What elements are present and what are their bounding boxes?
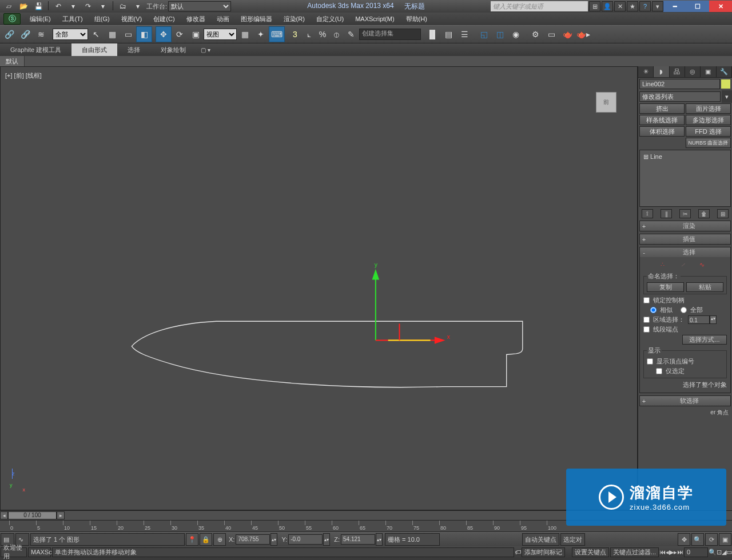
absolute-mode-icon[interactable]: ⊕	[213, 533, 226, 546]
undo-dd-icon[interactable]: ▾	[67, 1, 79, 11]
named-selection-sets[interactable]: 创建选择集	[359, 29, 421, 40]
lock-handles-check[interactable]	[643, 297, 650, 303]
tab-modify-icon[interactable]: ◗	[654, 66, 669, 77]
key-filters-button[interactable]: 关键点过滤器...	[610, 547, 659, 557]
selected-only-button[interactable]: 选定对	[560, 533, 585, 546]
nav-pan-icon[interactable]: ✥	[678, 533, 690, 546]
rollout-selection-header[interactable]: -选择	[640, 247, 730, 257]
rollout-softsel-header[interactable]: +软选择	[640, 396, 730, 406]
autokey-button[interactable]: 自动关键点	[522, 533, 559, 546]
coord-y[interactable]: -0.0	[288, 534, 323, 545]
current-frame[interactable]: 0	[684, 547, 708, 557]
tab-utilities-icon[interactable]: 🔧	[717, 66, 732, 77]
new-icon[interactable]: ▱	[2, 1, 15, 11]
tab-motion-icon[interactable]: ◎	[685, 66, 701, 77]
btn-ffdsel[interactable]: FFD 选择	[686, 126, 731, 137]
workspace-select[interactable]: 默认	[168, 1, 231, 11]
menu-customize[interactable]: 自定义(U)	[311, 13, 349, 25]
remove-mod-icon[interactable]: 🗑	[698, 209, 710, 218]
timeline-next-icon[interactable]: ▸	[57, 511, 65, 519]
nav-fov-icon[interactable]: ◢	[722, 549, 726, 556]
set-key-button[interactable]: 设置关键点	[572, 547, 609, 557]
menu-rendering[interactable]: 渲染(R)	[278, 13, 311, 25]
link-icon[interactable]: 🔗	[1, 26, 17, 42]
viewcube[interactable]: 前	[592, 90, 620, 117]
windowcrossing-icon[interactable]: ◧	[136, 26, 152, 42]
goto-end-icon[interactable]: ⏭	[677, 549, 683, 555]
menu-views[interactable]: 视图(V)	[116, 13, 148, 25]
menu-animation[interactable]: 动画	[211, 13, 235, 25]
spinnersnap-icon[interactable]: ⦶	[329, 26, 343, 42]
area-value[interactable]: 0.1	[688, 315, 710, 324]
close-button[interactable]: ✕	[709, 1, 732, 12]
refcoord-select[interactable]: 视图	[204, 29, 237, 40]
unique-icon[interactable]: ✂	[679, 209, 691, 218]
renderprod-icon[interactable]: 🫖▸	[575, 26, 591, 42]
menu-maxscript[interactable]: MAXScript(M)	[349, 13, 400, 25]
layers-icon[interactable]: ☰	[456, 26, 472, 42]
signin-icon[interactable]: 👤	[602, 1, 613, 11]
btn-splinesel[interactable]: 样条线选择	[639, 115, 685, 125]
editnamed-icon[interactable]: ✎	[343, 26, 359, 42]
scale-icon[interactable]: ▣	[188, 26, 204, 42]
search-input[interactable]: 键入关键字或短语	[491, 1, 588, 11]
help-dd-icon[interactable]: ▾	[652, 1, 663, 11]
ribbon-tab-graphite[interactable]: Graphite 建模工具	[0, 43, 71, 56]
time-slider[interactable]: 0 / 100	[8, 511, 57, 519]
select-by-button[interactable]: 选择方式...	[682, 335, 727, 345]
link-icon[interactable]: 🗂	[117, 1, 129, 11]
help-icon[interactable]: ?	[639, 1, 651, 11]
show-end-icon[interactable]: ∥	[661, 209, 672, 218]
selection-filter[interactable]: 全部	[53, 29, 88, 40]
exchange-icon[interactable]: ✕	[614, 1, 626, 11]
so-spline-icon[interactable]: ∿	[699, 261, 710, 269]
so-vertex-icon[interactable]: ∴	[661, 261, 671, 269]
open-icon[interactable]: 📂	[17, 1, 30, 11]
goto-start-icon[interactable]: ⏮	[659, 549, 666, 555]
maxscript-mini[interactable]: MAXSc	[28, 547, 51, 557]
menu-modifiers[interactable]: 修改器	[181, 13, 211, 25]
copy-button[interactable]: 复制	[647, 282, 684, 292]
percentsnap-icon[interactable]: %	[316, 26, 329, 42]
menu-edit[interactable]: 编辑(E)	[24, 13, 57, 25]
rectregion-icon[interactable]: ▭	[120, 26, 136, 42]
timeline-prev-icon[interactable]: ◂	[0, 511, 8, 519]
area-sel-check[interactable]	[643, 317, 650, 323]
ribbon-tab-freeform[interactable]: 自由形式	[71, 43, 117, 56]
modifier-list[interactable]: 修改器列表	[639, 91, 721, 102]
object-color-swatch[interactable]	[721, 79, 730, 89]
nav-orbit-icon[interactable]: ⟳	[705, 533, 718, 546]
nav-zoom2-icon[interactable]: 🔍	[709, 549, 717, 556]
configure-icon[interactable]: ⊞	[717, 209, 729, 218]
btn-patchsel[interactable]: 面片选择	[686, 103, 731, 114]
coord-x[interactable]: 708.755	[236, 534, 270, 545]
ws-dd-icon[interactable]: ▾	[132, 1, 144, 11]
pin-stack-icon[interactable]: ⟟	[642, 209, 653, 218]
curveeditor-icon[interactable]: ◱	[476, 26, 492, 42]
coord-z[interactable]: 54.121	[341, 534, 375, 545]
rollout-interp-header[interactable]: +插值	[640, 234, 730, 244]
menu-create[interactable]: 创建(C)	[148, 13, 180, 25]
ribbon-tab-objectpaint[interactable]: 对象绘制	[150, 43, 196, 56]
bind-icon[interactable]: ≋	[33, 26, 49, 42]
tag-icon[interactable]: 🏷	[515, 549, 521, 555]
menu-help[interactable]: 帮助(H)	[400, 13, 433, 25]
modifier-stack[interactable]: ⊞ Line	[639, 150, 731, 207]
tab-hierarchy-icon[interactable]: 品	[670, 66, 685, 77]
app-logo-icon[interactable]: ⓢ	[3, 13, 21, 25]
btn-nurbssel[interactable]: NURBS 曲面选择	[686, 138, 731, 148]
nav-zoomall-icon[interactable]: ⊡	[717, 549, 722, 556]
sub-ribbon-default[interactable]: 默认	[0, 56, 25, 66]
only-selected-check[interactable]	[656, 368, 662, 374]
snap3-icon[interactable]: 3	[288, 26, 302, 42]
nav-region-icon[interactable]: ▭	[726, 549, 732, 556]
selection-lock-icon[interactable]: 🔒	[200, 533, 212, 546]
lock-icon[interactable]: 📍	[186, 533, 198, 546]
tab-display-icon[interactable]: ▣	[701, 66, 716, 77]
infocenter-icon[interactable]: ⊞	[589, 1, 600, 11]
nav-max-icon[interactable]: ▣	[719, 533, 731, 546]
stack-item-line[interactable]: ⊞ Line	[642, 153, 728, 161]
manipulate-icon[interactable]: ✦	[253, 26, 269, 42]
menu-tools[interactable]: 工具(T)	[57, 13, 89, 25]
viewport[interactable]: [+] [前] [线框] y x 前 z y x	[0, 66, 638, 510]
